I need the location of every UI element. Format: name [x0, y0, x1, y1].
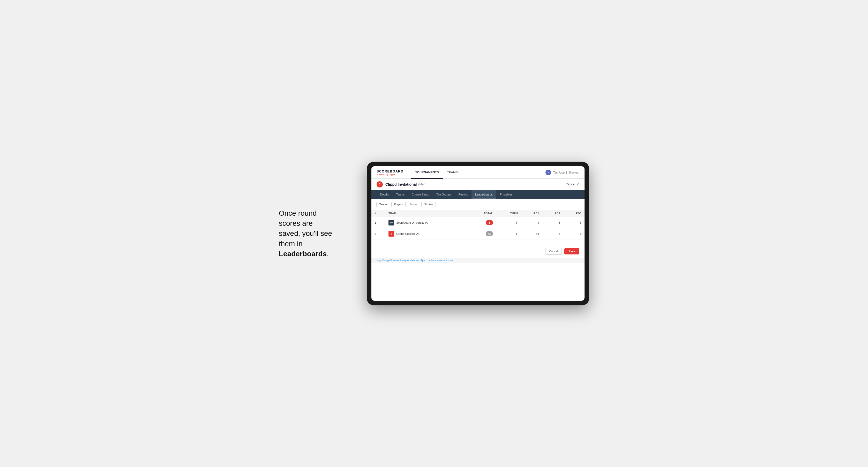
rank-1: 1 — [371, 217, 385, 228]
desc-line5-end: . — [327, 250, 329, 258]
page-wrapper: Once round scores are saved, you'll see … — [253, 162, 615, 305]
close-icon: ✕ — [576, 182, 579, 186]
tab-results[interactable]: Results — [455, 190, 471, 199]
tab-tee-groups[interactable]: Tee Groups — [433, 190, 455, 199]
col-rd2: RD2 — [542, 210, 563, 217]
rd3-1: -6 — [563, 217, 585, 228]
col-rank: # — [371, 210, 385, 217]
nav-teams[interactable]: TEAMS — [443, 166, 462, 179]
team-logo-2: C — [389, 231, 394, 237]
col-team: TEAM — [385, 210, 468, 217]
tournament-name: Clippd Invitational — [385, 182, 417, 186]
avatar: S — [546, 169, 551, 175]
rd1-2: +8 — [521, 228, 542, 240]
nav-links: TOURNAMENTS TEAMS — [411, 166, 546, 179]
tablet-screen: SCOREBOARD Powered by clippd TOURNAMENTS… — [371, 166, 585, 301]
bottom-bar: Cancel Save — [371, 245, 585, 258]
desc-line3: saved, you'll see — [279, 229, 332, 238]
tournament-header: C Clippd Invitational (Men) Cancel ✕ — [371, 179, 585, 190]
thru-1: F — [496, 217, 521, 228]
tournament-icon: C — [377, 181, 383, 187]
team-2: C Clippd College [A] — [385, 228, 468, 240]
table-row: 2 C Clippd College [A] +3 F — [371, 228, 585, 240]
filter-teams-button[interactable]: Teams — [377, 202, 390, 207]
leaderboard-content: # TEAM TOTAL THRU RD1 RD2 RD3 1 — [371, 210, 585, 240]
total-1: -5 — [469, 217, 496, 228]
filter-row: Teams Players Scores Strokes — [371, 199, 585, 210]
brand-title: SCOREBOARD — [377, 169, 403, 173]
top-nav: SCOREBOARD Powered by clippd TOURNAMENTS… — [371, 166, 585, 179]
tab-printables[interactable]: Printables — [496, 190, 516, 199]
save-button[interactable]: Save — [564, 248, 579, 254]
tab-teams[interactable]: Teams — [393, 190, 408, 199]
desc-line5-bold: Leaderboards — [279, 250, 327, 258]
col-rd1: RD1 — [521, 210, 542, 217]
user-name: Test User | — [553, 171, 567, 174]
tab-leaderboards[interactable]: Leaderboards — [471, 190, 496, 199]
rd2-1: +5 — [542, 217, 563, 228]
col-thru: THRU — [496, 210, 521, 217]
tab-details[interactable]: Details — [377, 190, 393, 199]
rd1-1: -4 — [521, 217, 542, 228]
filter-scores-button[interactable]: Scores — [407, 202, 420, 207]
team-1: SU Scoreboard University [A] — [385, 217, 468, 228]
status-bar: https://stage-blue-coach.stagescoreboard… — [371, 258, 585, 263]
rd2-2: -8 — [542, 228, 563, 240]
sign-out-button[interactable]: Sign out — [569, 171, 579, 174]
col-rd3: RD3 — [563, 210, 585, 217]
desc-line4: them in — [279, 240, 303, 248]
sub-nav: Details Teams Course Setup Tee Groups Re… — [371, 190, 585, 199]
cancel-button[interactable]: Cancel — [545, 248, 562, 255]
left-description: Once round scores are saved, you'll see … — [279, 208, 351, 259]
brand: SCOREBOARD Powered by clippd — [377, 169, 403, 176]
nav-right: S Test User | Sign out — [546, 169, 579, 175]
tab-course-setup[interactable]: Course Setup — [408, 190, 433, 199]
tournament-gender: (Men) — [418, 183, 426, 186]
thru-2: F — [496, 228, 521, 240]
total-2: +3 — [469, 228, 496, 240]
filter-strokes-button[interactable]: Strokes — [421, 202, 436, 207]
nav-tournaments[interactable]: TOURNAMENTS — [411, 166, 443, 179]
brand-subtitle: Powered by clippd — [377, 173, 403, 176]
leaderboard-table: # TEAM TOTAL THRU RD1 RD2 RD3 1 — [371, 210, 585, 240]
table-row: 1 SU Scoreboard University [A] -5 F — [371, 217, 585, 228]
rd3-2: +3 — [563, 228, 585, 240]
desc-line1: Once round — [279, 209, 317, 217]
rank-2: 2 — [371, 228, 385, 240]
col-total: TOTAL — [469, 210, 496, 217]
tablet-device: SCOREBOARD Powered by clippd TOURNAMENTS… — [367, 162, 589, 305]
tournament-cancel-button[interactable]: Cancel ✕ — [566, 182, 579, 186]
filter-players-button[interactable]: Players — [391, 202, 406, 207]
status-url: https://stage-blue-coach.stagescoreboard… — [377, 259, 453, 262]
desc-line2: scores are — [279, 219, 313, 227]
team-logo-1: SU — [389, 220, 394, 225]
